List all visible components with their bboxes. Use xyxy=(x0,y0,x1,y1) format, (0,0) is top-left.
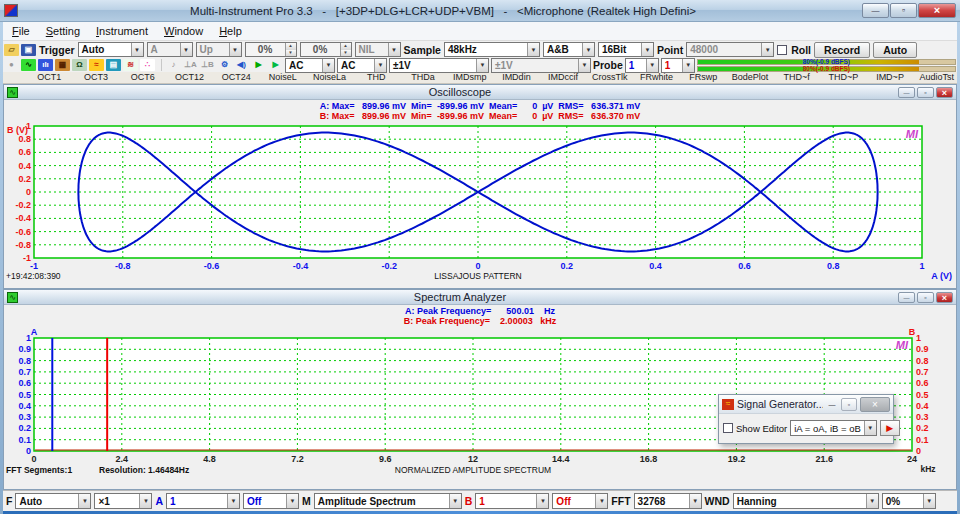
b-mode-select[interactable]: Off xyxy=(552,493,608,509)
svg-text:7.2: 7.2 xyxy=(291,454,304,464)
tab-imd~p[interactable]: IMD~P xyxy=(867,72,914,83)
tab-oct24[interactable]: OCT24 xyxy=(213,72,260,83)
tab-thd~p[interactable]: THD~P xyxy=(820,72,867,83)
range-b-select[interactable]: ±1V xyxy=(491,58,591,73)
restore-button[interactable] xyxy=(890,3,917,18)
menu-instrument[interactable]: Instrument xyxy=(88,24,156,38)
derived-data-point-icon[interactable]: ≋ xyxy=(123,59,138,71)
save-icon[interactable]: ▣ xyxy=(21,44,36,56)
open-icon[interactable]: ▱ xyxy=(4,44,19,56)
coupling-b-select[interactable]: AC xyxy=(337,58,387,73)
trigger-level-spinner[interactable]: 0%▲▼ xyxy=(245,42,297,57)
spectrum-analyzer-titlebar[interactable]: Spectrum Analyzer xyxy=(4,290,956,305)
record-button[interactable]: Record xyxy=(814,42,870,58)
probe-b-select[interactable]: 1 xyxy=(661,58,695,73)
show-editor-checkbox[interactable] xyxy=(723,423,733,433)
run-icon[interactable]: ▶ xyxy=(251,59,266,71)
b-gain-select[interactable]: 1 xyxy=(475,493,549,509)
tab-crosstlk[interactable]: CrossTlk xyxy=(586,72,633,83)
device-test-plan-icon[interactable]: ▤ xyxy=(106,59,121,71)
menu-help[interactable]: Help xyxy=(211,24,250,38)
menu-window[interactable]: Window xyxy=(156,24,211,38)
close-button[interactable] xyxy=(936,87,953,98)
minimize-button[interactable] xyxy=(898,87,915,98)
tab-frwhite[interactable]: FRwhite xyxy=(633,72,680,83)
window-titlebar[interactable]: Multi-Instrument Pro 3.3 - [+3DP+DLG+LCR… xyxy=(0,0,960,22)
x-zoom-select[interactable]: ×1 xyxy=(94,493,152,509)
tab-imdsmp[interactable]: IMDsmp xyxy=(446,72,493,83)
sampling-points-select[interactable]: 48000 xyxy=(686,42,774,57)
autoscale-button[interactable]: Auto xyxy=(873,42,917,58)
a-gain-select[interactable]: 1 xyxy=(166,493,240,509)
close-button[interactable] xyxy=(860,397,890,412)
a-mode-select[interactable]: Off xyxy=(243,493,299,509)
minimize-button[interactable] xyxy=(862,3,889,18)
probe-a-select[interactable]: 1 xyxy=(625,58,659,73)
minimize-button[interactable] xyxy=(826,399,838,409)
roll-checkbox[interactable]: Roll xyxy=(777,44,811,56)
restore-button[interactable] xyxy=(917,292,934,303)
dropdown-arrow-icon xyxy=(646,59,658,72)
tab-thda[interactable]: THDa xyxy=(400,72,447,83)
minimize-button[interactable] xyxy=(898,292,915,303)
spectrum-3d-plot-icon[interactable]: ▦ xyxy=(55,59,70,71)
record-icon[interactable]: ● xyxy=(4,59,19,71)
trigger-mode-select[interactable]: Auto xyxy=(78,42,144,57)
ground-b-icon[interactable]: ⊥B xyxy=(200,59,215,71)
window-function-select[interactable]: Hanning xyxy=(733,493,879,509)
menu-file[interactable]: File xyxy=(4,24,38,38)
tab-oct3[interactable]: OCT3 xyxy=(73,72,120,83)
oscilloscope-titlebar[interactable]: Oscilloscope xyxy=(4,85,956,100)
multimeter-icon[interactable]: Ω xyxy=(72,59,87,71)
oscilloscope-stats: A: Max= 899.96 mV Min= -899.96 mV Mean= … xyxy=(4,100,956,121)
display-mode-select[interactable]: Amplitude Spectrum xyxy=(314,493,462,509)
close-button[interactable] xyxy=(936,292,953,303)
signal-generator-icon[interactable]: ≈ xyxy=(89,59,104,71)
input-level-meters: 80%(-0.9 dBFS) 80%(-0.9 dBFS) xyxy=(697,58,956,72)
restore-button[interactable] xyxy=(917,87,934,98)
coupling-a-select[interactable]: AC xyxy=(285,58,335,73)
trigger-source-select[interactable]: A xyxy=(147,42,193,57)
sample-rate-select[interactable]: 48kHz xyxy=(444,42,540,57)
range-a-select[interactable]: ±1V xyxy=(389,58,489,73)
close-button[interactable] xyxy=(918,3,956,18)
overlap-select[interactable]: 0% xyxy=(882,493,936,509)
restore-button[interactable] xyxy=(841,398,857,411)
menu-setting[interactable]: Setting xyxy=(38,24,88,38)
bit-depth-select[interactable]: 16Bit xyxy=(598,42,654,57)
lcr-meter-icon[interactable]: ∴ xyxy=(140,59,155,71)
sampling-channels-select[interactable]: A&B xyxy=(543,42,595,57)
hpf-select[interactable]: NIL xyxy=(355,42,401,57)
input-device-icon[interactable]: ♪ xyxy=(166,59,181,71)
tab-frswp[interactable]: FRswp xyxy=(680,72,727,83)
tab-thd[interactable]: THD xyxy=(353,72,400,83)
routing-select[interactable]: iA = oA, iB = oB xyxy=(790,420,877,436)
freq-axis-mode-select[interactable]: Auto xyxy=(15,493,91,509)
svg-text:+19:42:08:390: +19:42:08:390 xyxy=(6,271,61,281)
tab-noisela[interactable]: NoiseLa xyxy=(306,72,353,83)
tab-bodeplot[interactable]: BodePlot xyxy=(727,72,774,83)
ground-a-icon[interactable]: ⊥A xyxy=(183,59,198,71)
play-button[interactable] xyxy=(880,420,900,436)
tab-oct6[interactable]: OCT6 xyxy=(119,72,166,83)
tab-imddin[interactable]: IMDdin xyxy=(493,72,540,83)
fft-size-select[interactable]: 32768 xyxy=(634,493,702,509)
spectrum-analyzer-icon[interactable]: ılı xyxy=(38,59,53,71)
signal-generator-titlebar[interactable]: Signal Generator... xyxy=(719,395,893,414)
spinner-arrows-icon[interactable]: ▲▼ xyxy=(340,43,351,56)
speaker-icon[interactable]: ◀) xyxy=(234,59,249,71)
tab-thd~f[interactable]: THD~f xyxy=(773,72,820,83)
trigger-delay-spinner[interactable]: 0%▲▼ xyxy=(300,42,352,57)
tab-oct1[interactable]: OCT1 xyxy=(26,72,73,83)
tab-audiotst[interactable]: AudioTst xyxy=(913,72,960,83)
run-loop-icon[interactable]: ▶ xyxy=(268,59,283,71)
svg-text:9.6: 9.6 xyxy=(379,454,392,464)
spinner-arrows-icon[interactable]: ▲▼ xyxy=(285,43,296,56)
tab-imdccif[interactable]: IMDccif xyxy=(540,72,587,83)
svg-text:MI: MI xyxy=(896,339,909,351)
oscilloscope-icon[interactable]: ∿ xyxy=(21,59,36,71)
tab-noisel[interactable]: NoiseL xyxy=(260,72,307,83)
trigger-edge-select[interactable]: Up xyxy=(196,42,242,57)
probe-calibration-icon[interactable]: ⚙ xyxy=(217,59,232,71)
tab-oct12[interactable]: OCT12 xyxy=(166,72,213,83)
